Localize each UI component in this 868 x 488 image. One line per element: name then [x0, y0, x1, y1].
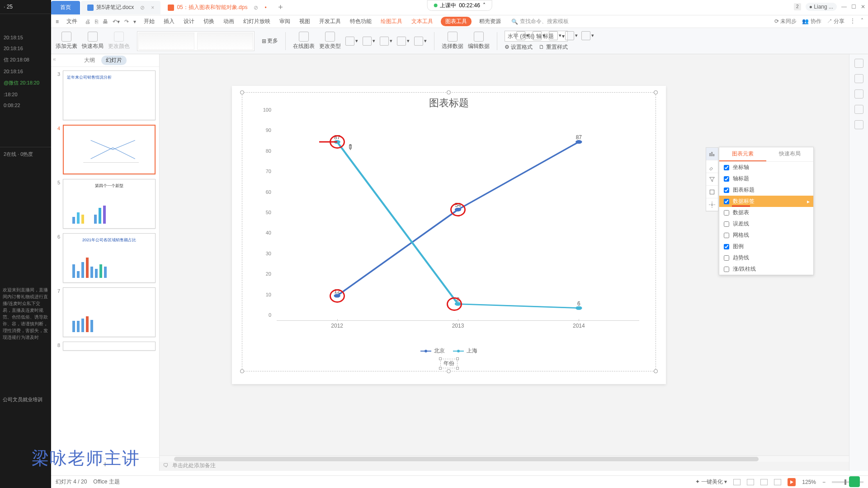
chart-title[interactable]: 图表标题 — [242, 96, 656, 110]
menu-animation[interactable]: 动画 — [222, 17, 236, 26]
view-sorter-icon[interactable] — [747, 479, 754, 485]
notif-badge[interactable]: 2 — [794, 3, 801, 10]
menu-feature[interactable]: 特色功能 — [349, 17, 373, 26]
save-icon[interactable]: 🖨 — [85, 19, 90, 25]
opt-axis[interactable]: 坐标轴 — [719, 162, 813, 173]
opt-axis-title[interactable]: 轴标题 — [719, 173, 813, 184]
slide-thumb-4[interactable]: 4 — [54, 125, 156, 174]
thumbnail-list[interactable]: 3近年来公司销售情况分析 4 5第四个一个新型 62021年公司各区域销售额占比… — [51, 67, 159, 457]
close-icon[interactable]: ✕ — [861, 4, 865, 10]
rail-icon[interactable] — [854, 59, 863, 68]
view-reading-icon[interactable] — [760, 479, 768, 485]
resize-handle[interactable] — [447, 369, 451, 373]
collapse-ribbon-icon[interactable]: ˄ — [861, 18, 863, 25]
data-label[interactable]: 87 — [576, 134, 582, 141]
rail-icon[interactable] — [854, 105, 863, 114]
more-styles[interactable]: ⊞更多 — [262, 37, 278, 45]
checkbox[interactable] — [724, 233, 729, 238]
style-preview[interactable] — [138, 33, 194, 50]
style-preview[interactable] — [197, 33, 253, 50]
class-timer[interactable]: 上课中 00:22:46 ˄ — [427, 0, 492, 11]
pin-icon[interactable]: ⊘ — [254, 5, 258, 11]
dd4[interactable]: ▾ — [397, 37, 410, 46]
minimize-icon[interactable]: — — [841, 4, 847, 10]
tab-doc1[interactable]: 第5讲笔记.docx ⊘ × — [81, 1, 160, 14]
opt-error-bars[interactable]: 误差线 — [719, 218, 813, 230]
reset-style-button[interactable]: 🗋 重置样式 — [539, 43, 567, 51]
resize-handle[interactable] — [240, 369, 244, 373]
dd9[interactable]: ▾ — [565, 31, 578, 40]
zoom-out-icon[interactable]: − — [822, 479, 826, 485]
slide-thumb-5[interactable]: 5第四个一个新型 — [54, 179, 156, 229]
menu-insert[interactable]: 插入 — [162, 17, 176, 26]
view-normal-icon[interactable] — [733, 479, 741, 485]
tab-home[interactable]: 首页 — [51, 1, 80, 14]
pin-icon[interactable]: ⊘ — [140, 5, 145, 11]
checkbox[interactable] — [724, 255, 729, 261]
menu-view[interactable]: 视图 — [298, 17, 311, 26]
resize-handle[interactable] — [654, 369, 658, 373]
checkbox[interactable] — [724, 188, 729, 193]
opt-legend[interactable]: 图例 — [719, 241, 813, 252]
rail-icon[interactable] — [854, 120, 863, 129]
zoom-level[interactable]: 125% — [802, 479, 816, 485]
quick-layout-button[interactable]: 快速布局 — [82, 32, 104, 50]
chart-elements-panel[interactable]: 图表元素 快速布局 坐标轴 轴标题 图表标题 数据标签▸ 数据表 误差线 网格线… — [719, 147, 814, 275]
dd7[interactable]: ▾ — [533, 31, 545, 40]
rail-icon[interactable] — [854, 74, 863, 83]
view-notes-icon[interactable] — [774, 479, 781, 485]
menu-chart-tools[interactable]: 图表工具 — [441, 17, 472, 26]
opt-updown-bars[interactable]: 涨/跌柱线 — [719, 263, 813, 275]
share-button[interactable]: ↗ 分享 — [827, 18, 844, 25]
outline-tab[interactable]: 大纲 — [84, 56, 95, 64]
sync-button[interactable]: ⟳ 未同步 — [774, 18, 797, 25]
fp-tab-layout[interactable]: 快速布局 — [766, 147, 813, 161]
chart-legend[interactable]: 北京 上海 — [420, 347, 477, 355]
opt-data-labels[interactable]: 数据标签▸ — [719, 196, 813, 207]
dd2[interactable]: ▾ — [363, 37, 375, 46]
opt-data-table[interactable]: 数据表 — [719, 207, 813, 218]
format-button[interactable]: ⚙ 设置格式 — [505, 43, 533, 51]
menu-start[interactable]: 开始 — [142, 17, 156, 26]
slide-thumb-8[interactable]: 8 — [54, 342, 156, 351]
gear-icon[interactable] — [706, 198, 718, 211]
menu-design[interactable]: 设计 — [182, 17, 196, 26]
slideshow-button[interactable] — [788, 478, 796, 486]
slide-thumb-6[interactable]: 62021年公司各区域销售额占比 — [54, 233, 156, 283]
chart-object[interactable]: 图表标题 0102030405060708090100 201220132014… — [242, 92, 656, 371]
dd6[interactable]: ▾ — [516, 31, 529, 40]
rail-icon[interactable] — [854, 89, 863, 99]
checkbox[interactable] — [724, 221, 729, 227]
notes-bar[interactable]: 🗨单击此处添加备注 — [160, 461, 849, 470]
data-label[interactable]: 6 — [577, 300, 580, 307]
qa-more-icon[interactable]: ▾ — [133, 19, 136, 25]
checkbox[interactable] — [724, 244, 729, 249]
checkbox[interactable] — [724, 210, 729, 216]
more-icon[interactable]: ⋮ — [850, 18, 855, 25]
user-pill[interactable]: ● Liang ... — [806, 3, 837, 11]
opt-gridlines[interactable]: 网格线 — [719, 230, 813, 241]
collab-button[interactable]: 👥 协作 — [802, 18, 821, 25]
checkbox[interactable] — [724, 267, 729, 272]
opt-trendline[interactable]: 趋势线 — [719, 252, 813, 263]
change-type-button[interactable]: 更改类型 — [319, 32, 341, 50]
menu-text-tools[interactable]: 文本工具 — [410, 17, 434, 26]
elements-icon[interactable] — [706, 148, 718, 160]
menu-slideshow[interactable]: 幻灯片放映 — [242, 17, 272, 26]
collapse-icon[interactable]: « — [53, 56, 56, 62]
dd8[interactable]: ▾ — [549, 31, 561, 40]
preview-icon[interactable]: ⎘ — [95, 19, 98, 25]
online-chart-button[interactable]: 在线图表 — [293, 32, 315, 50]
axis-title-editor[interactable]: 年份 — [440, 359, 458, 368]
stats-icon[interactable] — [706, 186, 718, 198]
command-search[interactable]: 🔍 查找命令、搜索模板 — [511, 18, 569, 25]
app-menu-icon[interactable]: ≡ — [56, 19, 59, 25]
dd3[interactable]: ▾ — [380, 37, 392, 46]
chart-styles-gallery[interactable] — [137, 31, 255, 51]
slide-canvas[interactable]: 图表标题 0102030405060708090100 201220132014… — [232, 86, 666, 384]
menu-review[interactable]: 审阅 — [278, 17, 292, 26]
checkbox[interactable] — [724, 165, 729, 170]
print-icon[interactable]: 🖶 — [103, 19, 108, 25]
opt-chart-title[interactable]: 图表标题 — [719, 184, 813, 196]
redo-icon[interactable]: ↷ — [124, 19, 129, 25]
